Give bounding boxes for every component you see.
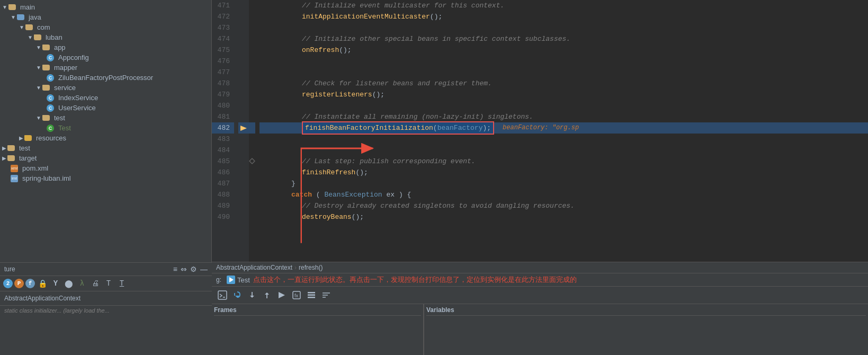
code-content[interactable]: // Initialize event multicaster for this… [255,0,868,262]
tooltip-482: beanFactory: "org.sp [503,122,579,134]
abstract-app-context-label[interactable]: AbstractApplicationContext [0,291,212,306]
tree-item-springiml[interactable]: iml spring-luban.iml [0,173,211,183]
code-475-text: onRefresh(); [259,45,352,56]
run-to-cursor-btn[interactable] [275,289,288,301]
tool-icon-f[interactable]: f [25,279,35,288]
code-line-472: initApplicationEventMulticaster(); [259,11,868,22]
bp-490 [238,211,249,223]
paren-488: ) { [399,191,411,199]
tool-icon-lambda[interactable]: λ [76,278,88,289]
fold-474 [249,33,255,45]
comment-478: // Check for listener beans and register… [302,79,492,87]
tree-label-zilubfpp: ZiluBeanFactoryPostProcessor [58,74,153,82]
folder-com-icon [25,24,33,30]
tree-item-main[interactable]: ▼ main [0,2,211,12]
comment-471: // Initialize event multicaster for this… [302,2,504,10]
settings-icon[interactable]: ⚙ [190,265,197,273]
tree-item-app[interactable]: ▼ app [0,42,211,52]
code-line-471: // Initialize event multicaster for this… [259,0,868,11]
fold-479 [249,89,255,100]
step-over-btn[interactable] [231,289,244,301]
arrow-app: ▼ [36,45,41,50]
sort-btn[interactable] [320,289,333,301]
code-478-text: // Check for listener beans and register… [259,78,492,89]
breadcrumb-method[interactable]: refresh() [299,264,323,271]
tree-label-indexservice: IndexService [58,94,98,102]
bp-473 [238,22,249,33]
ln-483: 483 [212,134,234,145]
tree-item-testclass[interactable]: C Test [0,123,211,133]
tree-item-indexservice[interactable]: C IndexService [0,93,211,103]
fold-478 [249,78,255,89]
ln-490: 490 [212,211,234,223]
execution-arrow-icon [239,124,248,132]
code-line-487: } [259,178,868,189]
file-tree[interactable]: ▼ main ▼ java ▼ com ▼ luban [0,0,212,262]
bottom-panel: g: Test 点击这个，一直运行到此状态。再点击一下，发现控制台打印信息了，定… [212,273,868,355]
tool-icon-t2[interactable]: T [116,278,128,289]
tool-icon-p[interactable]: P [14,279,24,288]
code-line-482: finishBeanFactoryInitialization(beanFact… [259,122,868,134]
folder-service-icon [42,85,50,91]
tree-item-appconfig[interactable]: C Appconfig [0,52,211,63]
tree-item-zilubfpp[interactable]: C ZiluBeanFactoryPostProcessor [0,73,211,83]
tree-item-userservice[interactable]: C UserService [0,103,211,113]
tree-item-java[interactable]: ▼ java [0,12,211,22]
fold-484 [249,145,255,156]
tree-item-luban[interactable]: ▼ luban [0,32,211,42]
test-run-icon [227,276,235,284]
tool-icon-printer[interactable]: 🖨 [90,278,101,289]
tree-label-springiml: spring-luban.iml [22,174,71,182]
sort2-icon[interactable]: ⇔ [181,265,187,273]
normal-479: (); [372,91,384,99]
fold-472 [249,11,255,22]
code-489-text: // Destroy already created singletons to… [259,200,575,211]
fold-477 [249,67,255,78]
debug-console-btn[interactable] [216,289,229,301]
tree-item-resources[interactable]: ▶ resources [0,133,211,143]
tool-icon-lock[interactable]: 🔒 [37,278,48,289]
step-into-btn[interactable] [246,289,258,301]
ln-476: 476 [212,56,234,67]
sort-icon[interactable]: ≡ [173,265,177,273]
code-line-489: // Destroy already created singletons to… [259,200,868,211]
tree-item-testluban[interactable]: ▼ test [0,113,211,123]
folder-resources-icon [24,135,32,141]
comment-474: // Initialize other special beans in spe… [302,35,570,43]
fold-482 [249,122,255,134]
breadcrumb-class[interactable]: AbstractApplicationContext [216,264,292,271]
frames-header: Frames [214,306,421,316]
frames-variables-area: Frames Variables [212,304,868,355]
tool-icon-circle2[interactable]: ⬤ [63,278,75,289]
frames-btn[interactable] [305,289,318,301]
tree-item-mapper[interactable]: ▼ mapper [0,63,211,73]
bp-480 [238,100,249,111]
tool-icon-2[interactable]: 2 [3,279,13,288]
bp-475 [238,45,249,56]
collapse-icon[interactable]: — [200,265,208,273]
folding-gutter [249,0,255,262]
tree-item-service[interactable]: ▼ service [0,83,211,93]
bp-477 [238,67,249,78]
code-485-text: // Last step: publish corresponding even… [259,156,476,167]
ln-479: 479 [212,89,234,100]
tree-item-test2[interactable]: ▶ test [0,143,211,153]
tree-item-target[interactable]: ▶ target [0,153,211,163]
code-line-474: // Initialize other special beans in spe… [259,33,868,45]
arrow-testluban: ▼ [36,115,41,121]
code-479-text: registerListeners(); [259,89,384,100]
tree-label-resources: resources [36,134,66,142]
tool-icon-t1[interactable]: T [103,278,114,289]
svg-marker-1 [249,158,255,164]
tool-icon-y[interactable]: Y [50,278,61,289]
tree-label-com: com [37,23,50,31]
tree-item-pomxml[interactable]: xml pom.xml [0,163,211,173]
arrow-main: ▼ [2,4,7,10]
code-471-text: // Initialize event multicaster for this… [259,0,504,11]
method-name-482: finishBeanFactoryInitialization [305,124,433,132]
evaluate-btn[interactable]: fx [290,289,303,301]
arrow-mapper: ▼ [36,65,41,70]
fold-488 [249,189,255,200]
step-out-btn[interactable] [261,289,273,301]
tree-item-com[interactable]: ▼ com [0,22,211,32]
